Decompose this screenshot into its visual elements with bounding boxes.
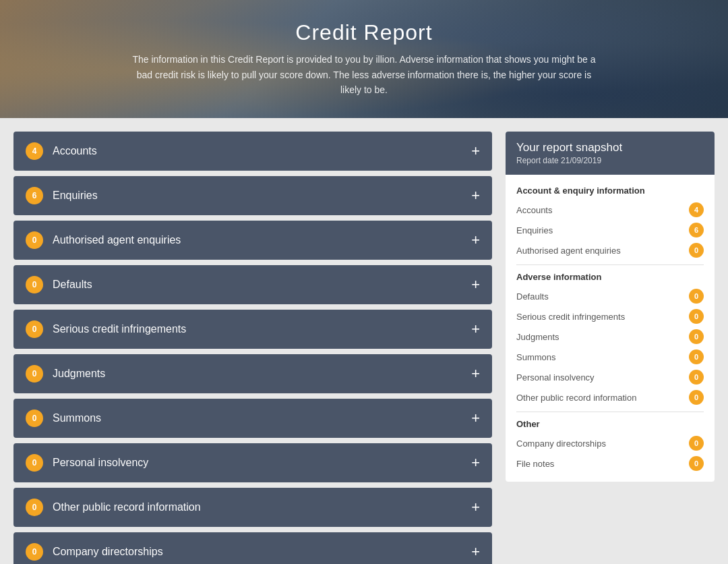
snapshot-section-title-other: Other (516, 419, 704, 429)
badge-enquiries: 6 (26, 187, 43, 204)
accordion-item-serious-credit-infringements[interactable]: 0Serious credit infringements+ (13, 310, 492, 349)
snapshot-badge-other-1: 0 (689, 456, 704, 471)
accordion-item-defaults[interactable]: 0Defaults+ (13, 265, 492, 304)
snapshot-row-label-other-1: File notes (516, 459, 554, 469)
accordion-list: 4Accounts+6Enquiries+0Authorised agent e… (13, 132, 492, 564)
accordion-item-company-directorships[interactable]: 0Company directorships+ (13, 532, 492, 564)
page-title: Credit Report (295, 20, 432, 45)
snapshot-row-adverse-1: Serious credit infringements0 (516, 306, 704, 327)
accordion-label-serious-credit-infringements: Serious credit infringements (53, 323, 471, 335)
snapshot-badge-adverse-0: 0 (689, 289, 704, 304)
snapshot-row-label-adverse-0: Defaults (516, 291, 549, 302)
snapshot-badge-account-enquiry-2: 0 (689, 243, 704, 258)
main-content: 4Accounts+6Enquiries+0Authorised agent e… (0, 118, 728, 564)
accordion-label-company-directorships: Company directorships (53, 546, 471, 558)
accordion-label-personal-insolvency: Personal insolvency (53, 457, 471, 469)
snapshot-date: Report date 21/09/2019 (516, 156, 704, 165)
accordion-plus-icon-judgments: + (471, 365, 480, 383)
accordion-plus-icon-defaults: + (471, 276, 480, 293)
snapshot-row-adverse-5: Other public record information0 (516, 387, 704, 407)
snapshot-title: Your report snapshot (516, 141, 704, 154)
snapshot-badge-adverse-1: 0 (689, 309, 704, 324)
snapshot-row-other-1: File notes0 (516, 453, 704, 474)
snapshot-row-adverse-0: Defaults0 (516, 286, 704, 306)
snapshot-section-title-account-enquiry: Account & enquiry information (516, 186, 704, 196)
snapshot-card: Your report snapshot Report date 21/09/2… (506, 132, 715, 482)
snapshot-badge-adverse-5: 0 (689, 390, 704, 405)
snapshot-badge-account-enquiry-0: 4 (689, 202, 704, 217)
snapshot-row-adverse-3: Summons0 (516, 347, 704, 367)
snapshot-row-label-account-enquiry-0: Accounts (516, 205, 552, 215)
snapshot-row-label-adverse-2: Judgments (516, 332, 559, 342)
badge-accounts: 4 (26, 142, 43, 160)
accordion-plus-icon-serious-credit-infringements: + (471, 320, 480, 338)
snapshot-row-other-0: Company directorships0 (516, 433, 704, 453)
snapshot-row-account-enquiry-0: Accounts4 (516, 200, 704, 220)
snapshot-row-label-other-0: Company directorships (516, 439, 606, 449)
snapshot-badge-other-0: 0 (689, 436, 704, 451)
snapshot-badge-adverse-3: 0 (689, 349, 704, 364)
badge-personal-insolvency: 0 (26, 454, 43, 472)
badge-judgments: 0 (26, 365, 43, 383)
snapshot-row-label-account-enquiry-1: Enquiries (516, 225, 553, 235)
snapshot-row-adverse-2: Judgments0 (516, 327, 704, 347)
accordion-item-summons[interactable]: 0Summons+ (13, 399, 492, 438)
snapshot-row-account-enquiry-1: Enquiries6 (516, 220, 704, 240)
snapshot-badge-account-enquiry-1: 6 (689, 223, 704, 237)
snapshot-row-account-enquiry-2: Authorised agent enquiries0 (516, 240, 704, 260)
accordion-item-other-public-record-information[interactable]: 0Other public record information+ (13, 488, 492, 527)
divider-1 (516, 412, 704, 412)
badge-authorised-agent-enquiries: 0 (26, 231, 43, 249)
accordion-label-other-public-record-information: Other public record information (53, 501, 471, 513)
accordion-plus-icon-enquiries: + (471, 187, 480, 204)
accordion-plus-icon-personal-insolvency: + (471, 454, 480, 472)
accordion-plus-icon-accounts: + (471, 142, 480, 160)
snapshot-row-label-adverse-3: Summons (516, 352, 556, 362)
accordion-item-authorised-agent-enquiries[interactable]: 0Authorised agent enquiries+ (13, 221, 492, 260)
snapshot-body: Account & enquiry informationAccounts4En… (506, 175, 715, 482)
badge-summons: 0 (26, 410, 43, 427)
accordion-plus-icon-authorised-agent-enquiries: + (471, 231, 480, 249)
snapshot-header: Your report snapshot Report date 21/09/2… (506, 132, 715, 175)
snapshot-section-title-adverse: Adverse information (516, 272, 704, 282)
accordion-label-authorised-agent-enquiries: Authorised agent enquiries (53, 234, 471, 246)
snapshot-row-label-adverse-1: Serious credit infringements (516, 312, 625, 322)
hero-section: Credit Report The information in this Cr… (0, 0, 728, 118)
accordion-plus-icon-company-directorships: + (471, 543, 480, 561)
snapshot-row-label-account-enquiry-2: Authorised agent enquiries (516, 246, 621, 256)
badge-company-directorships: 0 (26, 543, 43, 561)
badge-defaults: 0 (26, 276, 43, 293)
accordion-label-summons: Summons (53, 412, 471, 424)
snapshot-row-label-adverse-5: Other public record information (516, 393, 636, 403)
accordion-label-defaults: Defaults (53, 279, 471, 291)
accordion-label-enquiries: Enquiries (53, 190, 471, 202)
badge-serious-credit-infringements: 0 (26, 320, 43, 338)
snapshot-badge-adverse-4: 0 (689, 370, 704, 385)
snapshot-badge-adverse-2: 0 (689, 329, 704, 344)
snapshot-row-label-adverse-4: Personal insolvency (516, 372, 595, 383)
badge-other-public-record-information: 0 (26, 499, 43, 516)
accordion-item-accounts[interactable]: 4Accounts+ (13, 132, 492, 171)
divider-0 (516, 264, 704, 265)
accordion-item-personal-insolvency[interactable]: 0Personal insolvency+ (13, 443, 492, 482)
accordion-plus-icon-summons: + (471, 410, 480, 427)
snapshot-row-adverse-4: Personal insolvency0 (516, 367, 704, 387)
snapshot-panel: Your report snapshot Report date 21/09/2… (506, 132, 715, 564)
accordion-item-enquiries[interactable]: 6Enquiries+ (13, 176, 492, 215)
accordion-plus-icon-other-public-record-information: + (471, 499, 480, 516)
accordion-item-judgments[interactable]: 0Judgments+ (13, 354, 492, 393)
accordion-label-accounts: Accounts (53, 145, 471, 157)
hero-subtitle: The information in this Credit Report is… (128, 52, 600, 97)
accordion-label-judgments: Judgments (53, 368, 471, 380)
